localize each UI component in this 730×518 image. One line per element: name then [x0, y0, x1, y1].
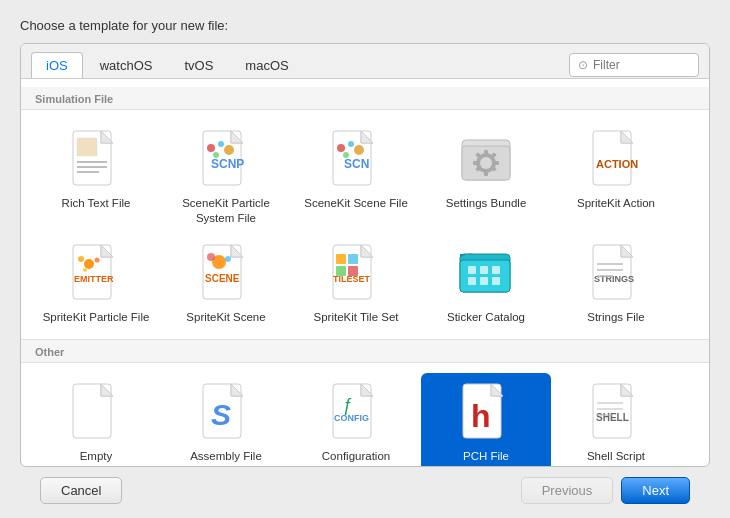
label-strings-file: Strings File [587, 310, 645, 325]
svg-rect-52 [348, 254, 358, 264]
svg-point-16 [337, 144, 345, 152]
svg-rect-61 [480, 277, 488, 285]
item-spritekit-particle[interactable]: EMITTER SpriteKit Particle File [31, 234, 161, 333]
item-spritekit-tileset[interactable]: TILESET SpriteKit Tile Set [291, 234, 421, 333]
label-rich-text: Rich Text File [62, 196, 131, 211]
section-simulation-header: Simulation File [21, 87, 709, 110]
label-spritekit-scene: SpriteKit Scene [186, 310, 265, 325]
svg-point-17 [348, 141, 354, 147]
item-scenekit-scene[interactable]: SCN SceneKit Scene File [291, 120, 421, 234]
icon-config-settings: CONFIG ƒ [328, 381, 384, 443]
label-empty: Empty [80, 449, 113, 464]
cancel-button[interactable]: Cancel [40, 477, 122, 504]
simulation-grid: Rich Text File SCNP [21, 110, 709, 339]
svg-rect-27 [494, 161, 499, 165]
icon-scenekit-scene: SCN [328, 128, 384, 190]
svg-point-10 [218, 141, 224, 147]
icon-shell-script: SHELL [588, 381, 644, 443]
svg-point-11 [224, 145, 234, 155]
svg-point-9 [207, 144, 215, 152]
label-spritekit-tileset: SpriteKit Tile Set [313, 310, 398, 325]
svg-rect-60 [468, 277, 476, 285]
previous-button[interactable]: Previous [521, 477, 614, 504]
label-spritekit-action: SpriteKit Action [577, 196, 655, 211]
svg-text:SHELL: SHELL [596, 412, 629, 423]
icon-strings-file: STRINGS [588, 242, 644, 304]
item-empty[interactable]: Empty [31, 373, 161, 466]
tab-macos[interactable]: macOS [230, 52, 303, 78]
other-grid: Empty S Assembly File [21, 363, 709, 466]
svg-rect-2 [77, 138, 97, 156]
item-shell-script[interactable]: SHELL Shell Script [551, 373, 681, 466]
item-rich-text[interactable]: Rich Text File [31, 120, 161, 234]
icon-settings-bundle [458, 128, 514, 190]
prompt-text: Choose a template for your new file: [20, 18, 710, 33]
label-shell-script: Shell Script [587, 449, 645, 464]
filter-input[interactable] [593, 58, 683, 72]
filter-box: ⊙ [569, 53, 699, 77]
svg-rect-58 [480, 266, 488, 274]
item-sticker-catalog[interactable]: Sticker Catalog [421, 234, 551, 333]
svg-point-46 [207, 253, 215, 261]
item-spritekit-action[interactable]: ACTION SpriteKit Action [551, 120, 681, 234]
svg-rect-54 [348, 266, 358, 276]
item-scenekit-particle[interactable]: SCNP SceneKit Particle System File [161, 120, 291, 234]
svg-point-47 [225, 256, 231, 262]
nav-buttons: Previous Next [521, 477, 690, 504]
item-assembly[interactable]: S Assembly File [161, 373, 291, 466]
icon-pch-file: h [458, 381, 514, 443]
content-area: Simulation File [21, 79, 709, 466]
label-scenekit-scene: SceneKit Scene File [304, 196, 408, 211]
svg-text:ƒ: ƒ [343, 395, 353, 415]
item-settings-bundle[interactable]: Settings Bundle [421, 120, 551, 234]
svg-rect-56 [460, 260, 510, 292]
svg-rect-59 [492, 266, 500, 274]
svg-text:ACTION: ACTION [596, 158, 638, 170]
icon-spritekit-tileset: TILESET [328, 242, 384, 304]
svg-text:S: S [211, 398, 231, 431]
label-spritekit-particle: SpriteKit Particle File [43, 310, 150, 325]
label-scenekit-particle: SceneKit Particle System File [171, 196, 281, 226]
svg-rect-51 [336, 254, 346, 264]
svg-point-12 [213, 152, 219, 158]
footer: Cancel Previous Next [20, 467, 710, 504]
icon-spritekit-particle: EMITTER [68, 242, 124, 304]
svg-point-18 [354, 145, 364, 155]
tab-watchos[interactable]: watchOS [85, 52, 168, 78]
svg-text:SCNP: SCNP [211, 157, 244, 171]
icon-spritekit-scene: SCENE [198, 242, 254, 304]
svg-text:SCENE: SCENE [205, 273, 240, 284]
svg-rect-24 [484, 150, 488, 155]
svg-rect-57 [468, 266, 476, 274]
section-other-header: Other [21, 339, 709, 363]
svg-point-19 [343, 152, 349, 158]
item-config-settings[interactable]: CONFIG ƒ Configuration Settings File [291, 373, 421, 466]
svg-point-39 [78, 256, 84, 262]
svg-point-23 [480, 157, 492, 169]
svg-text:SCN: SCN [344, 157, 369, 171]
item-strings-file[interactable]: STRINGS Strings File [551, 234, 681, 333]
icon-sticker-catalog [458, 242, 514, 304]
item-spritekit-scene[interactable]: SCENE SpriteKit Scene [161, 234, 291, 333]
svg-text:h: h [471, 398, 491, 434]
svg-point-40 [95, 257, 100, 262]
icon-scenekit-particle: SCNP [198, 128, 254, 190]
next-button[interactable]: Next [621, 477, 690, 504]
svg-rect-53 [336, 266, 346, 276]
label-sticker-catalog: Sticker Catalog [447, 310, 525, 325]
tab-tvos[interactable]: tvOS [169, 52, 228, 78]
label-pch-file: PCH File [463, 449, 509, 464]
icon-spritekit-action: ACTION [588, 128, 644, 190]
icon-rich-text [68, 128, 124, 190]
tab-bar: iOS watchOS tvOS macOS ⊙ [21, 44, 709, 79]
svg-rect-25 [484, 171, 488, 176]
svg-rect-62 [492, 277, 500, 285]
label-config-settings: Configuration Settings File [301, 449, 411, 466]
filter-icon: ⊙ [578, 58, 588, 72]
tab-ios[interactable]: iOS [31, 52, 83, 78]
label-assembly: Assembly File [190, 449, 262, 464]
item-pch-file[interactable]: h PCH File [421, 373, 551, 466]
label-settings-bundle: Settings Bundle [446, 196, 527, 211]
svg-text:EMITTER: EMITTER [74, 274, 114, 284]
svg-point-41 [83, 268, 87, 272]
